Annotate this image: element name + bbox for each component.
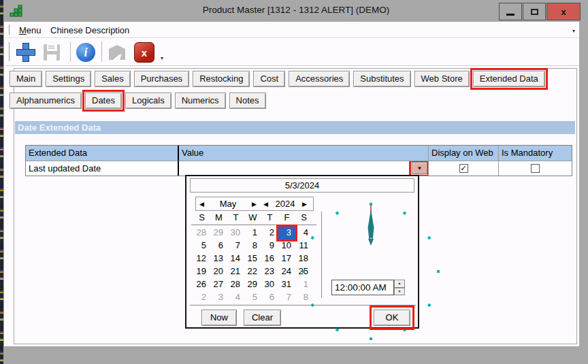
toolbar-grip[interactable] bbox=[9, 42, 11, 61]
calendar-day[interactable]: 15 bbox=[244, 252, 261, 265]
ok-button[interactable]: OK bbox=[374, 310, 410, 326]
tab-alphanumerics[interactable]: Alphanumerics bbox=[10, 93, 82, 109]
calendar-day[interactable]: 12 bbox=[193, 252, 210, 265]
toolbar-overflow-chevron-icon[interactable]: ▾ bbox=[161, 55, 163, 61]
calendar-day[interactable]: 9 bbox=[261, 239, 278, 252]
calendar-day[interactable]: 2 bbox=[261, 227, 278, 239]
calendar-day[interactable]: 27 bbox=[210, 278, 227, 291]
calendar-day[interactable]: 10 bbox=[278, 239, 295, 252]
maximize-icon bbox=[531, 9, 538, 15]
calendar-day[interactable]: 14 bbox=[227, 252, 244, 265]
next-year-arrow-icon[interactable]: ▶ bbox=[299, 201, 310, 208]
clock-tick-dot bbox=[437, 270, 440, 273]
calendar-day[interactable]: 2 bbox=[193, 291, 210, 304]
calendar-day[interactable]: 4 bbox=[227, 291, 244, 304]
calendar-day[interactable]: 20 bbox=[210, 265, 227, 278]
calendar-day[interactable]: 16 bbox=[261, 252, 278, 265]
tab-logicals[interactable]: Logicals bbox=[125, 93, 172, 109]
calendar-day[interactable]: 6 bbox=[261, 291, 278, 304]
calendar-day[interactable]: 24 bbox=[278, 265, 295, 278]
menu-bar: Menu Chinese Description ▾ bbox=[5, 22, 579, 38]
tab-cost[interactable]: Cost bbox=[253, 71, 285, 87]
tab-settings[interactable]: Settings bbox=[46, 71, 91, 87]
tab-sales[interactable]: Sales bbox=[95, 71, 131, 87]
calendar-day[interactable]: 26 bbox=[193, 278, 210, 291]
close-button[interactable]: x bbox=[546, 3, 581, 20]
calendar-day[interactable]: 28 bbox=[193, 227, 210, 239]
menubar-grip[interactable] bbox=[9, 24, 11, 35]
calendar-day[interactable]: 8 bbox=[295, 291, 312, 304]
calendar-day[interactable]: 17 bbox=[278, 252, 295, 265]
tab-substitutes[interactable]: Substitutes bbox=[353, 71, 410, 87]
calendar-day[interactable]: 18 bbox=[295, 252, 312, 265]
weekday-label: M bbox=[210, 212, 227, 222]
is-mandatory-checkbox[interactable] bbox=[531, 164, 540, 173]
toolbar: i x ▾ bbox=[5, 39, 579, 66]
prev-month-arrow-icon[interactable]: ◀ bbox=[196, 201, 208, 208]
menubar-overflow-chevron-icon[interactable]: ▾ bbox=[572, 28, 575, 34]
calendar-day[interactable]: 29 bbox=[210, 227, 227, 239]
calendar-day[interactable]: 23 bbox=[261, 265, 278, 278]
tab-notes[interactable]: Notes bbox=[229, 93, 266, 109]
calendar-day-selected[interactable]: 3 bbox=[278, 227, 295, 239]
weekday-label: S bbox=[295, 212, 312, 222]
tab-purchases[interactable]: Purchases bbox=[134, 71, 189, 87]
calendar-day[interactable]: 1 bbox=[295, 278, 312, 291]
weekday-underline bbox=[191, 225, 316, 225]
maximize-button[interactable] bbox=[523, 3, 546, 20]
add-button[interactable] bbox=[14, 41, 38, 64]
time-spinner: ▲ ▼ bbox=[394, 280, 405, 295]
exit-button[interactable]: x bbox=[132, 41, 157, 64]
calendar-day[interactable]: 30 bbox=[261, 278, 278, 291]
clock-tick-dot bbox=[302, 270, 305, 273]
calendar-day[interactable]: 31 bbox=[278, 278, 295, 291]
column-header-display-on-web: Display on Web bbox=[429, 146, 499, 161]
calendar-day[interactable]: 7 bbox=[227, 239, 244, 252]
popup-button-divider bbox=[190, 305, 416, 305]
info-button[interactable]: i bbox=[74, 41, 98, 64]
year-label: 2024 bbox=[272, 199, 299, 209]
calendar-day[interactable]: 4 bbox=[295, 227, 312, 239]
tab-dates[interactable]: Dates bbox=[85, 93, 122, 109]
calendar-day[interactable]: 3 bbox=[210, 291, 227, 304]
calendar-day[interactable]: 21 bbox=[227, 265, 244, 278]
tab-restocking[interactable]: Restocking bbox=[193, 71, 250, 87]
display-on-web-checkbox[interactable]: ✓ bbox=[459, 164, 468, 173]
calendar-day[interactable]: 6 bbox=[210, 239, 227, 252]
tab-accessories[interactable]: Accessories bbox=[289, 71, 350, 87]
prev-year-arrow-icon[interactable]: ◀ bbox=[260, 201, 272, 208]
weekday-label: F bbox=[278, 212, 295, 222]
calendar-day[interactable]: 29 bbox=[244, 278, 261, 291]
calendar-day[interactable]: 8 bbox=[244, 239, 261, 252]
calendar-day[interactable]: 13 bbox=[210, 252, 227, 265]
weekday-label: T bbox=[261, 212, 278, 222]
tab-extended-data[interactable]: Extended Data bbox=[473, 71, 545, 87]
spin-up-icon[interactable]: ▲ bbox=[394, 280, 405, 288]
time-input[interactable]: 12:00:00 AM bbox=[331, 280, 394, 295]
tab-main[interactable]: Main bbox=[10, 71, 42, 87]
calendar-day[interactable]: 19 bbox=[193, 265, 210, 278]
calendar-day[interactable]: 22 bbox=[244, 265, 261, 278]
popup-divider bbox=[321, 212, 322, 298]
calendar-day[interactable]: 5 bbox=[193, 239, 210, 252]
menu-item-menu[interactable]: Menu bbox=[19, 25, 42, 35]
extended-data-tab-strip: Alphanumerics Dates Logicals Numerics No… bbox=[10, 93, 266, 109]
tab-web-store[interactable]: Web Store bbox=[414, 71, 470, 87]
menu-item-chinese-description[interactable]: Chinese Description bbox=[50, 25, 129, 35]
print-icon bbox=[106, 42, 128, 63]
spin-down-icon[interactable]: ▼ bbox=[394, 288, 405, 296]
calendar-day[interactable]: 1 bbox=[244, 227, 261, 239]
calendar-day[interactable]: 5 bbox=[244, 291, 261, 304]
now-button[interactable]: Now bbox=[201, 310, 237, 326]
minimize-button[interactable] bbox=[499, 3, 522, 20]
print-button[interactable] bbox=[105, 41, 129, 64]
calendar-day[interactable]: 28 bbox=[227, 278, 244, 291]
calendar-day[interactable]: 30 bbox=[227, 227, 244, 239]
clear-button[interactable]: Clear bbox=[244, 310, 281, 326]
next-month-arrow-icon[interactable]: ▶ bbox=[248, 201, 260, 208]
calendar-day[interactable]: 7 bbox=[278, 291, 295, 304]
tab-numerics[interactable]: Numerics bbox=[175, 93, 226, 109]
save-button[interactable] bbox=[39, 41, 64, 64]
calendar-day[interactable]: 11 bbox=[295, 239, 312, 252]
cell-value[interactable]: ▼ bbox=[179, 161, 429, 176]
